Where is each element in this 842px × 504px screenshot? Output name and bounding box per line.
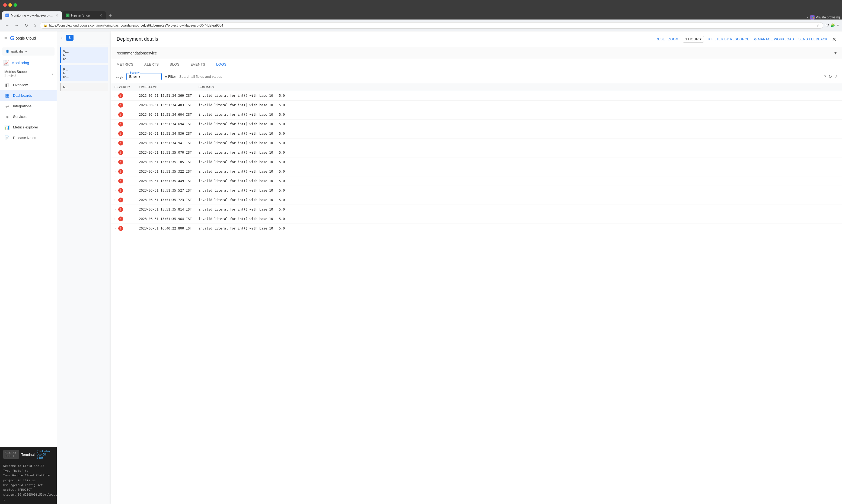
timestamp-cell: 2023-03-31 15:51:35.185 IST (136, 158, 195, 167)
expand-icon[interactable]: › (115, 188, 116, 192)
table-row[interactable]: › ! 2023-03-31 15:51:35.070 IST invalid … (111, 148, 842, 158)
traffic-lights (3, 3, 17, 7)
table-row[interactable]: › ! 2023-03-31 15:51:34.369 IST invalid … (111, 91, 842, 101)
table-row[interactable]: › ! 2023-03-31 15:51:35.964 IST invalid … (111, 214, 842, 224)
menu-icon[interactable]: ≡ (837, 23, 839, 28)
expand-icon[interactable]: › (115, 160, 116, 164)
expand-icon[interactable]: › (115, 227, 116, 230)
minimize-traffic-light[interactable] (8, 3, 12, 7)
expand-icon[interactable]: › (115, 141, 116, 145)
table-row[interactable]: › ! 2023-03-31 15:51:35.185 IST invalid … (111, 158, 842, 167)
chevron-down-icon: ▾ (25, 50, 27, 53)
tab-hipster[interactable]: H Hipster Shop ✕ (63, 12, 106, 19)
expand-icon[interactable]: › (115, 179, 116, 183)
severity-cell: › ! (115, 160, 132, 164)
expand-icon[interactable]: › (115, 198, 116, 202)
service-selector[interactable]: recommendationservice ▾ (111, 47, 842, 59)
tab-logs[interactable]: LOGS (211, 59, 232, 70)
dashboards-icon: ▦ (4, 93, 10, 98)
home-button[interactable]: ⌂ (32, 22, 38, 29)
table-row[interactable]: › ! 2023-03-31 15:51:35.449 IST invalid … (111, 176, 842, 186)
time-select[interactable]: 1 HOUR ▾ (683, 36, 704, 42)
tab-close-monitoring[interactable]: ✕ (55, 13, 58, 18)
expand-icon[interactable]: › (115, 169, 116, 174)
close-traffic-light[interactable] (3, 3, 7, 7)
external-link-button[interactable]: ↗ (834, 74, 838, 79)
table-row[interactable]: › ! 2023-03-31 15:51:34.836 IST invalid … (111, 129, 842, 139)
summary-cell: invalid literal for int() with base 10: … (195, 205, 842, 214)
sidebar-item-release-notes[interactable]: 📄 Release Notes (0, 132, 57, 143)
table-row[interactable]: › ! 2023-03-31 15:51:34.941 IST invalid … (111, 139, 842, 148)
side-panel: ← B W...N...re... K...N...re... P... (57, 32, 111, 504)
project-selector[interactable]: 👤 qwiklabs ▾ (2, 48, 54, 56)
side-panel-action-button[interactable]: B (66, 35, 73, 41)
filter-by-resource-button[interactable]: ≡ FILTER BY RESOURCE (708, 37, 749, 41)
sidebar-item-metrics-explorer[interactable]: 📊 Metrics explorer (0, 122, 57, 132)
cloud-shell-area: CLOUD SHELL Terminal (qwiklabs-gcp-00-74… (0, 447, 57, 504)
release-notes-icon: 📄 (4, 135, 10, 140)
table-row[interactable]: › ! 2023-03-31 16:40:22.800 IST invalid … (111, 224, 842, 233)
expand-icon[interactable]: › (115, 217, 116, 221)
error-severity-icon: ! (118, 150, 123, 155)
reset-zoom-button[interactable]: RESET ZOOM (656, 37, 678, 41)
expand-icon[interactable]: › (115, 151, 116, 155)
error-severity-icon: ! (118, 103, 123, 108)
hamburger-button[interactable]: ≡ (4, 36, 7, 41)
tab-close-hipster[interactable]: ✕ (99, 13, 103, 18)
table-row[interactable]: › ! 2023-03-31 15:51:35.723 IST invalid … (111, 195, 842, 205)
summary-cell: invalid literal for int() with base 10: … (195, 224, 842, 233)
error-severity-icon: ! (118, 188, 123, 193)
sidebar-item-overview[interactable]: ◧ Overview (0, 80, 57, 90)
table-row[interactable]: › ! 2023-03-31 15:51:34.483 IST invalid … (111, 101, 842, 110)
tab-title-monitoring: Monitoring – qwiklabs-gcp-00-... (11, 14, 54, 17)
manage-workload-button[interactable]: ⚙ MANAGE WORKLOAD (754, 37, 794, 41)
expand-icon[interactable]: › (115, 103, 116, 107)
close-button[interactable]: ✕ (832, 36, 837, 42)
expand-icon[interactable]: › (115, 208, 116, 211)
expand-icon[interactable]: › (115, 94, 116, 97)
error-severity-icon: ! (118, 207, 123, 212)
refresh-logs-button[interactable]: ↻ (828, 74, 832, 79)
release-notes-label: Release Notes (13, 136, 36, 140)
metrics-scope-subtitle: 1 project (4, 74, 27, 77)
table-row[interactable]: › ! 2023-03-31 15:51:35.527 IST invalid … (111, 186, 842, 195)
send-feedback-button[interactable]: SEND FEEDBACK (798, 37, 828, 41)
logs-table: SEVERITY TIMESTAMP SUMMARY › ! 2023-03-3… (111, 83, 842, 233)
sidebar-item-integrations[interactable]: ⇌ Integrations (0, 101, 57, 111)
new-tab-button[interactable]: + (106, 12, 115, 19)
search-input[interactable] (179, 74, 821, 78)
table-row[interactable]: › ! 2023-03-31 15:51:34.604 IST invalid … (111, 110, 842, 120)
forward-button[interactable]: → (13, 22, 21, 29)
back-button[interactable]: ← (3, 22, 11, 29)
filter-button[interactable]: ≡ Filter (165, 74, 176, 78)
address-bar[interactable]: 🔒 https://console.cloud.google.com/monit… (40, 22, 824, 29)
maximize-traffic-light[interactable] (14, 3, 17, 7)
side-panel-back-button[interactable]: ← (60, 36, 64, 40)
metrics-scope-item[interactable]: Metrics Scope 1 project › (0, 67, 57, 80)
refresh-button[interactable]: ↻ (23, 22, 30, 29)
expand-icon[interactable]: › (115, 132, 116, 136)
table-row[interactable]: › ! 2023-03-31 15:51:35.814 IST invalid … (111, 205, 842, 214)
tab-dropdown[interactable]: ▾ 🎭 Private browsing (807, 15, 840, 19)
bookmark-icon[interactable]: ☆ (817, 23, 820, 28)
severity-dropdown[interactable]: Severity Error ▾ (126, 73, 162, 80)
table-row[interactable]: › ! 2023-03-31 15:51:34.694 IST invalid … (111, 120, 842, 129)
tab-title-hipster: Hipster Shop (71, 14, 98, 17)
tab-events[interactable]: EVENTS (185, 59, 211, 70)
terminal-area[interactable]: Welcome to Cloud Shell! Type "help" to Y… (0, 462, 57, 504)
sidebar-item-dashboards[interactable]: ▦ Dashboards (0, 90, 57, 101)
help-button[interactable]: ? (824, 74, 826, 79)
expand-icon[interactable]: › (115, 122, 116, 126)
expand-icon[interactable]: › (115, 113, 116, 116)
table-row[interactable]: › ! 2023-03-31 15:51:35.322 IST invalid … (111, 167, 842, 176)
summary-cell: invalid literal for int() with base 10: … (195, 91, 842, 101)
tab-metrics[interactable]: METRICS (111, 59, 139, 70)
sidebar-item-services[interactable]: ◈ Services (0, 111, 57, 122)
summary-header: SUMMARY (195, 83, 842, 91)
tab-monitoring[interactable]: M Monitoring – qwiklabs-gcp-00-... ✕ (2, 12, 62, 19)
tab-slos[interactable]: SLOS (164, 59, 185, 70)
tab-alerts[interactable]: ALERTS (139, 59, 164, 70)
timestamp-cell: 2023-03-31 15:51:34.941 IST (136, 139, 195, 148)
sidebar-nav: ◧ Overview ▦ Dashboards ⇌ Integrations ◈… (0, 80, 57, 447)
extensions-icon[interactable]: 🧩 (830, 23, 835, 28)
